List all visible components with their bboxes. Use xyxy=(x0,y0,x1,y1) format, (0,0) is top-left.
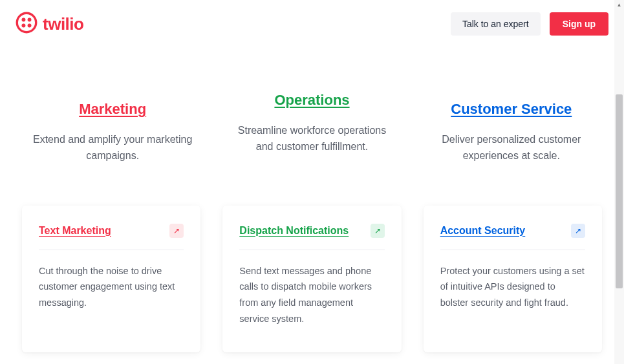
svg-point-2 xyxy=(28,18,32,22)
account-security-link[interactable]: Account Security xyxy=(440,225,526,237)
arrow-up-right-icon: ↗ xyxy=(571,224,585,238)
column-operations: Operations Streamline workforce operatio… xyxy=(225,92,398,164)
logo[interactable]: twilio xyxy=(16,12,83,36)
svg-point-3 xyxy=(22,24,26,28)
talk-to-expert-button[interactable]: Talk to an expert xyxy=(451,12,541,36)
customer-service-desc: Deliver personalized customer experience… xyxy=(425,132,598,164)
text-marketing-link[interactable]: Text Marketing xyxy=(39,225,111,237)
card-header: Dispatch Notifications ↗ xyxy=(239,224,384,250)
card-dispatch-notifications[interactable]: Dispatch Notifications ↗ Send text messa… xyxy=(222,206,401,353)
header-actions: Talk to an expert Sign up xyxy=(451,12,608,36)
scroll-up-button[interactable]: ▲ xyxy=(614,0,624,9)
arrow-up-right-icon: ↗ xyxy=(371,224,385,238)
scrollbar-track[interactable]: ▲ xyxy=(614,0,624,364)
logo-text: twilio xyxy=(43,14,83,34)
customer-service-link[interactable]: Customer Service xyxy=(451,101,572,118)
header: twilio Talk to an expert Sign up xyxy=(0,0,624,36)
operations-link[interactable]: Operations xyxy=(274,92,349,109)
card-desc: Cut through the noise to drive customer … xyxy=(39,263,184,311)
svg-point-1 xyxy=(22,18,26,22)
column-marketing: Marketing Extend and amplify your market… xyxy=(26,101,199,164)
card-desc: Protect your customers using a set of in… xyxy=(440,263,585,311)
category-columns: Marketing Extend and amplify your market… xyxy=(0,101,624,164)
svg-point-0 xyxy=(17,13,36,32)
marketing-link[interactable]: Marketing xyxy=(79,101,146,118)
arrow-up-right-icon: ↗ xyxy=(169,224,184,238)
scrollbar-thumb[interactable] xyxy=(616,94,623,288)
card-desc: Send text messages and phone calls to di… xyxy=(239,263,384,327)
marketing-desc: Extend and amplify your marketing campai… xyxy=(26,132,199,164)
dispatch-notifications-link[interactable]: Dispatch Notifications xyxy=(239,225,349,237)
use-case-cards: Text Marketing ↗ Cut through the noise t… xyxy=(0,206,624,353)
card-header: Text Marketing ↗ xyxy=(39,224,184,250)
twilio-logo-icon xyxy=(16,12,38,36)
card-header: Account Security ↗ xyxy=(440,224,585,250)
operations-desc: Streamline workforce operations and cust… xyxy=(225,123,398,155)
svg-point-4 xyxy=(28,24,32,28)
card-text-marketing[interactable]: Text Marketing ↗ Cut through the noise t… xyxy=(22,206,200,353)
sign-up-button[interactable]: Sign up xyxy=(550,12,608,36)
column-customer-service: Customer Service Deliver personalized cu… xyxy=(425,101,598,164)
card-account-security[interactable]: Account Security ↗ Protect your customer… xyxy=(424,206,602,353)
